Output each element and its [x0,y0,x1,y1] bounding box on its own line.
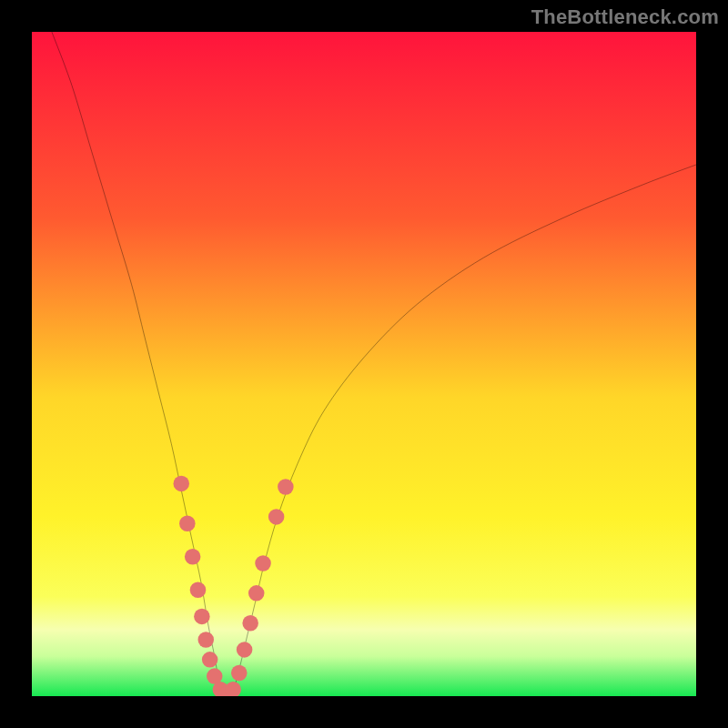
chart-frame: TheBottleneck.com [0,0,728,728]
data-dot [231,665,248,682]
data-dot [194,609,210,625]
curve-path [52,32,696,696]
data-dot [278,479,294,495]
data-dot [237,642,253,658]
data-dot [190,581,207,598]
data-dot [225,682,241,696]
data-dot [198,632,215,648]
data-dot [179,515,196,531]
data-dot [268,509,285,525]
data-dot [173,476,189,492]
plot-area [32,32,696,696]
data-dot [185,549,201,565]
data-dot [248,585,265,602]
data-dots [173,476,293,696]
watermark-text: TheBottleneck.com [531,5,719,29]
data-dot [255,555,271,571]
data-dot [202,652,218,668]
bottleneck-curve [32,32,696,696]
data-dot [242,615,258,632]
